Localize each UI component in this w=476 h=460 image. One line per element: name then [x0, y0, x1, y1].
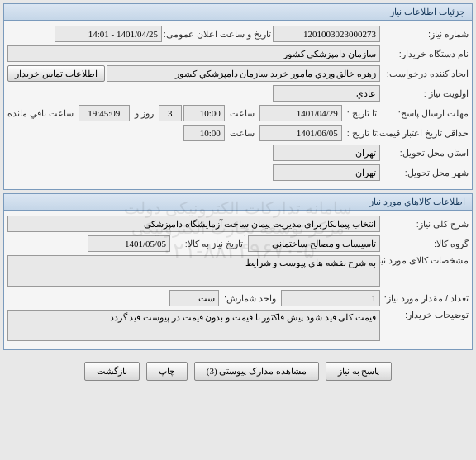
price-valid-label: حداقل تاریخ اعتبار قیمت: [382, 128, 469, 138]
response-deadline-label: مهلت ارسال پاسخ: [382, 108, 469, 119]
time-remain-label: ساعت باقي مانده [4, 108, 77, 119]
time-label-2: ساعت [226, 128, 258, 139]
until-label-2: تا تاریخ : [344, 128, 380, 139]
request-number-label: شماره نیاز: [382, 29, 469, 40]
response-date-field [259, 105, 342, 121]
panel-title: جزئیات اطلاعات نیاز [4, 4, 472, 21]
price-valid-time-field [183, 125, 225, 141]
time-label: ساعت [226, 108, 258, 119]
days-remain-label: روز و [131, 108, 157, 119]
group-field [248, 235, 380, 252]
creator-label: ایجاد کننده درخواست: [382, 69, 469, 79]
respond-button[interactable]: پاسخ به نیاز [326, 362, 393, 381]
request-number-field [273, 26, 380, 42]
time-remain-field [79, 105, 130, 121]
buyer-contact-button[interactable]: اطلاعات تماس خریدار [7, 65, 105, 82]
priority-label: اولویت نیاز : [382, 88, 469, 99]
desc-field [7, 216, 380, 232]
delivery-state-field [273, 145, 380, 161]
goods-info-panel: اطلاعات كالاهاي مورد نیاز شرح کلی نیاز: … [3, 193, 473, 350]
need-date-label: تاریخ نیاز به کالا: [172, 239, 246, 249]
buyer-notes-field [7, 310, 380, 341]
view-attachments-button[interactable]: مشاهده مدارک پیوستی (3) [194, 362, 319, 381]
group-label: گروه کالا: [382, 239, 469, 249]
print-button[interactable]: چاپ [146, 362, 188, 381]
buyer-org-label: نام دستگاه خریدار: [382, 49, 469, 59]
spec-label: مشخصات کالای مورد نیاز: [382, 255, 469, 266]
back-button[interactable]: بازگشت [84, 362, 140, 381]
response-time-field [183, 105, 225, 121]
until-label: تا تاریخ : [344, 108, 380, 119]
need-details-panel: جزئیات اطلاعات نیاز شماره نیاز: تاریخ و … [3, 3, 473, 190]
creator-field [107, 65, 381, 82]
public-announce-label: تاریخ و ساعت اعلان عمومی: [164, 29, 271, 40]
desc-label: شرح کلی نیاز: [382, 219, 469, 230]
public-announce-field [55, 26, 162, 42]
price-valid-date-field [259, 125, 342, 141]
days-remain-field [159, 105, 182, 121]
buyer-notes-label: توضیحات خریدار: [382, 310, 469, 320]
delivery-city-label: شهر محل تحویل: [382, 168, 469, 178]
need-date-field [88, 235, 170, 252]
panel-title-2: اطلاعات كالاهاي مورد نیاز [4, 194, 472, 211]
spec-field [7, 255, 380, 287]
qty-field [281, 290, 380, 306]
unit-field [169, 290, 219, 306]
qty-label: تعداد / مقدار مورد نیاز: [382, 293, 469, 304]
priority-field [273, 85, 380, 102]
delivery-city-field [273, 164, 380, 181]
unit-label: واحد شمارش: [221, 293, 279, 304]
buyer-org-field [7, 45, 380, 62]
delivery-state-label: استان محل تحویل: [382, 148, 469, 159]
action-bar: پاسخ به نیاز مشاهده مدارک پیوستی (3) چاپ… [0, 353, 476, 389]
